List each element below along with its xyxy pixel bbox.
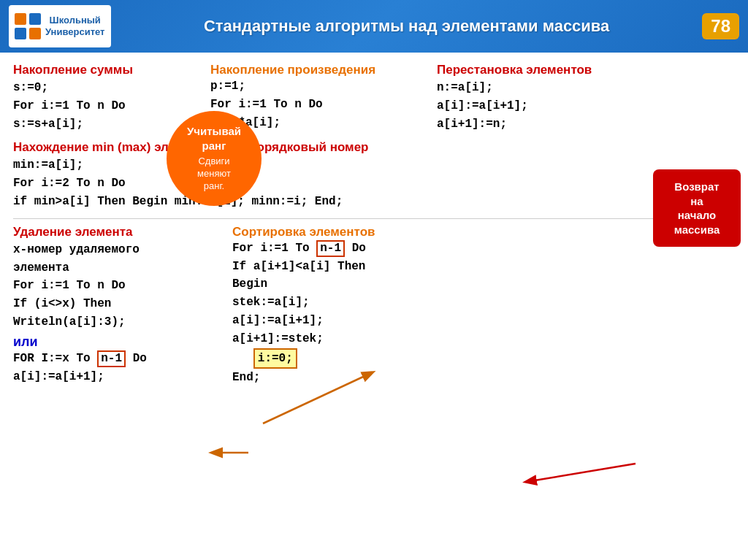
prod-title: Накопление произведения — [210, 63, 437, 77]
delete-line-1: x-номер удаляемого — [13, 241, 232, 259]
return-callout: Возврат на начало массива — [653, 169, 741, 247]
main-content: Накопление суммы s:=0; For i:=1 To n Do … — [0, 53, 748, 394]
sort-section: Сортировка элементов For i:=1 To n-1 Do … — [232, 225, 532, 387]
n-minus-1-box: n-1 — [97, 350, 126, 367]
sum-section: Накопление суммы s:=0; For i:=1 To n Do … — [13, 63, 210, 133]
do-text: Do — [133, 352, 147, 365]
delete-line-4: If (i<>x) Then — [13, 295, 232, 313]
delete-line-5: Writeln(a[i]:3); — [13, 313, 232, 331]
logo-text: Школьный Университет — [45, 15, 104, 37]
delete-line-2: элемента — [13, 259, 232, 277]
svg-rect-3 — [29, 28, 41, 39]
logo-icon — [15, 13, 41, 39]
prod-line-1: p:=1; — [210, 77, 437, 96]
return-line2: на — [659, 194, 735, 209]
svg-rect-2 — [15, 28, 26, 39]
svg-rect-1 — [29, 13, 41, 25]
swap-line-3: a[i+1]:=n; — [437, 115, 685, 134]
sort-for-line: For i:=1 To n-1 Do — [232, 239, 532, 258]
prod-line-2: For i:=1 To n Do — [210, 96, 437, 114]
minmax-line-3: if min>a[i] Then Begin min:=a[i]; minn:=… — [13, 193, 735, 211]
minmax-code: min:=a[i]; For i:=2 To n Do if min>a[i] … — [13, 156, 735, 210]
logo-area: Школьный Университет — [9, 5, 111, 47]
sort-end-line: End; — [232, 369, 532, 387]
sort-line-1: If a[i+1]<a[i] Then — [232, 258, 532, 276]
svg-rect-0 — [15, 13, 26, 25]
sort-i-zero-line: i:=0; — [232, 348, 532, 369]
sort-n-minus-1-box: n-1 — [316, 240, 345, 257]
callout-bubble: Учитывай ранг Сдвиги меняют ранг. — [167, 111, 262, 206]
page-number-badge: 78 — [702, 13, 739, 39]
bottom-row: Удаление элемента x-номер удаляемого эле… — [13, 225, 735, 387]
sum-line-2: For i:=1 To n Do — [13, 97, 210, 115]
top-row: Накопление суммы s:=0; For i:=1 To n Do … — [13, 63, 735, 133]
delete-section: Удаление элемента x-номер удаляемого эле… — [13, 225, 232, 387]
delete-code: x-номер удаляемого элемента For i:=1 To … — [13, 241, 232, 331]
minmax-section: Нахождение min (max) элемента и его поря… — [13, 140, 735, 210]
callout-subtext: Сдвиги меняют ранг. — [174, 156, 254, 193]
swap-line-2: a[i]:=a[i+1]; — [437, 97, 685, 115]
sum-title: Накопление суммы — [13, 63, 210, 77]
return-line3: начало — [659, 208, 735, 223]
sort-line-3: stek:=a[i]; — [232, 294, 532, 312]
header-title: Стандартные алгоритмы над элементами мас… — [111, 17, 702, 36]
minmax-line-2: For i:=2 To n Do — [13, 174, 735, 193]
minmax-title: Нахождение min (max) элемента и его поря… — [13, 140, 735, 155]
for-i-x-text: FOR I:=x To — [13, 352, 91, 365]
swap-code: n:=a[i]; a[i]:=a[i+1]; a[i+1]:=n; — [437, 79, 685, 133]
for-i-x-line: FOR I:=x To n-1 Do — [13, 350, 232, 368]
sort-line-5: a[i+1]:=stek; — [232, 330, 532, 348]
return-line1: Возврат — [659, 180, 735, 194]
swap-title: Перестановка элементов — [437, 63, 685, 77]
delete-line-3: For i:=1 To n Do — [13, 277, 232, 295]
sort-title: Сортировка элементов — [232, 225, 532, 239]
swap-section: Перестановка элементов n:=a[i]; a[i]:=a[… — [437, 63, 685, 133]
sum-line-1: s:=0; — [13, 79, 210, 97]
ili-text: или — [13, 334, 38, 349]
swap-line-1: n:=a[i]; — [437, 79, 685, 97]
sort-line-2: Begin — [232, 275, 532, 294]
callout-line2: ранг — [174, 139, 254, 153]
header: Школьный Университет Стандартные алгорит… — [0, 0, 748, 53]
sort-code-block: For i:=1 To n-1 Do If a[i+1]<a[i] Then B… — [232, 239, 532, 387]
divider — [13, 218, 735, 219]
return-line4: массива — [659, 223, 735, 237]
callout-line1: Учитывай — [174, 124, 254, 139]
delete-title: Удаление элемента — [13, 225, 232, 239]
minmax-line-1: min:=a[i]; — [13, 156, 735, 174]
array-next-line: a[i]:=a[i+1]; — [13, 368, 232, 386]
i-zero-highlight: i:=0; — [253, 348, 297, 369]
sort-line-4: a[i]:=a[i+1]; — [232, 312, 532, 330]
